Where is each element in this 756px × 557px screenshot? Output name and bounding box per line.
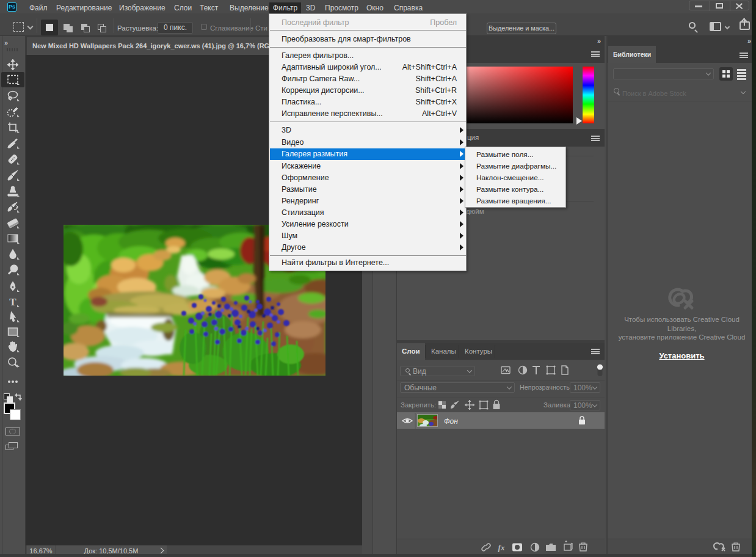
svg-text:T: T: [9, 296, 16, 308]
svg-text:fx: fx: [498, 543, 505, 552]
